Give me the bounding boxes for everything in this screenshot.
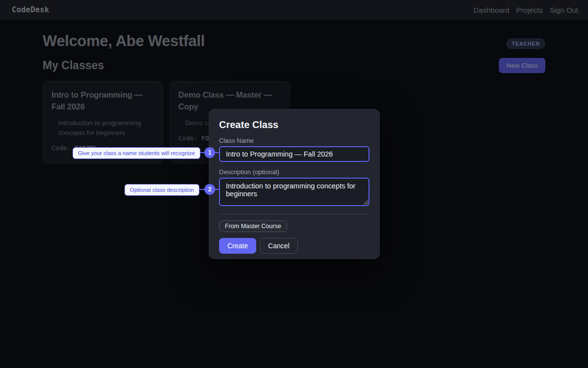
from-master-course-button[interactable]: From Master Course (219, 220, 287, 232)
description-label: Description (optional) (219, 168, 369, 176)
tour-connector-line (215, 152, 220, 153)
tour-step-badge-2: 2 (204, 184, 215, 195)
tour-tooltip-2: Optional class description (124, 184, 199, 196)
create-class-modal: Create Class Class Name Description (opt… (209, 109, 380, 259)
class-name-input[interactable] (219, 146, 369, 162)
description-field-wrap: Introduction to programming concepts for… (219, 178, 369, 206)
create-button[interactable]: Create (219, 238, 256, 254)
modal-title: Create Class (219, 119, 369, 131)
tour-step-badge-1: 1 (204, 147, 215, 158)
tour-connector-line (215, 189, 220, 190)
class-name-label: Class Name (219, 137, 369, 144)
cancel-button[interactable]: Cancel (260, 238, 298, 254)
modal-actions: Create Cancel (219, 238, 369, 254)
tour-tooltip-1: Give your class a name students will rec… (73, 147, 200, 159)
modal-divider (219, 214, 369, 214)
description-textarea[interactable]: Introduction to programming concepts for… (219, 178, 369, 206)
